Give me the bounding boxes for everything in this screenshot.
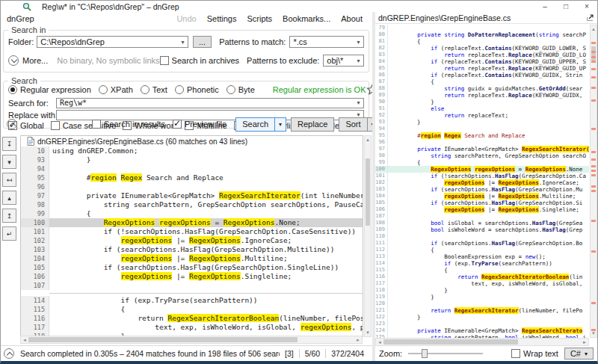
- mode-radio-regular-expression[interactable]: Regular expression: [8, 85, 91, 94]
- more-label[interactable]: More...: [22, 56, 48, 65]
- line-number: 100: [21, 218, 49, 227]
- status-count: [3]: [280, 349, 299, 358]
- result-line[interactable]: 114 if (exp.TryParse(searchPattern)): [21, 296, 363, 305]
- syntax-select-button[interactable]: C# ▾: [564, 348, 594, 360]
- close-button[interactable]: ×: [576, 1, 597, 12]
- search-in-results-checkbox[interactable]: Search in results: [92, 120, 165, 129]
- result-line-selected[interactable]: 100 RegexOptions regexOptions = RegexOpt…: [21, 218, 363, 227]
- app-magnifier-icon: [22, 2, 31, 11]
- results-horizontal-scrollbar[interactable]: ◄ ►: [20, 336, 363, 344]
- menu-item-scripts[interactable]: Scripts: [241, 13, 277, 24]
- scroll-right-icon[interactable]: ►: [356, 336, 360, 344]
- menu-item-settings[interactable]: Settings: [202, 13, 242, 24]
- result-line[interactable]: 102 regexOptions |= RegexOptions.IgnoreC…: [21, 236, 363, 245]
- result-line[interactable]: 10using dnGREP.Common;: [21, 146, 363, 155]
- patterns-match-combobox[interactable]: *.cs ▾: [289, 36, 364, 48]
- chevron-down-icon[interactable]: ▾: [354, 39, 363, 46]
- preview-line: 89 return replaceText.Replace(KEYWORD_GU…: [375, 92, 589, 99]
- menu-item-bookmarks[interactable]: Bookmarks...: [277, 13, 336, 24]
- browse-folder-button[interactable]: ...: [193, 36, 212, 48]
- menu-item-dngrep[interactable]: dnGrep: [5, 13, 40, 24]
- result-line[interactable]: 93 }: [21, 155, 363, 164]
- previous-match-button[interactable]: ▴: [2, 191, 16, 205]
- result-line[interactable]: 94: [21, 164, 363, 173]
- collapse-search-panel-icon[interactable]: [7, 119, 17, 129]
- result-line[interactable]: 99 {: [21, 209, 363, 218]
- match-highlight: RegexOptions: [525, 166, 566, 173]
- previous-file-button[interactable]: ↥: [2, 209, 16, 223]
- result-line[interactable]: 103 if (searchOptions.HasFlag(GrepSearch…: [21, 245, 363, 254]
- match-highlight: RegexOptions: [499, 179, 539, 186]
- mode-radio-byte[interactable]: Byte: [226, 85, 255, 94]
- mode-radio-text[interactable]: Text: [141, 85, 167, 94]
- scrollbar-thumb[interactable]: [28, 337, 298, 342]
- result-line[interactable]: 107: [21, 281, 363, 290]
- preview-file-checkbox[interactable]: Preview file: [173, 120, 226, 129]
- result-line[interactable]: 95 #region Regex Search and Replace: [21, 173, 363, 182]
- scroll-up-icon[interactable]: ▲: [591, 25, 597, 33]
- result-line[interactable]: 105 if (searchOptions.HasFlag(GrepSearch…: [21, 263, 363, 272]
- code-text: bool: [431, 226, 444, 233]
- result-line[interactable]: 115 {: [21, 305, 363, 314]
- replace-button[interactable]: Replace: [291, 117, 334, 132]
- preview-line: 82 if (replaceText.Contains(KEYWORD_GUID…: [375, 45, 589, 52]
- menu-right: UndoSettingsScriptsBookmarks...About: [171, 13, 368, 24]
- code-text: [390, 85, 444, 92]
- search-dropdown-arrow-icon[interactable]: ▾: [274, 117, 286, 132]
- minimize-button[interactable]: –: [534, 1, 555, 12]
- scroll-left-icon[interactable]: ◄: [22, 336, 27, 344]
- result-line[interactable]: 117 text, exp, isWholeWord, isGlobal, re…: [21, 323, 363, 332]
- match-marker: [591, 61, 596, 63]
- radio-label: XPath: [111, 85, 133, 94]
- result-line[interactable]: 104 regexOptions |= RegexOptions.Multili…: [21, 254, 363, 263]
- preview-line: 101 if (!searchOptions.HasFlag(GrepSearc…: [375, 173, 589, 179]
- code-text: [117, 173, 121, 182]
- mode-radio-xpath[interactable]: XPath: [99, 85, 133, 94]
- preview-vertical-scrollbar[interactable]: ▲ ▼: [590, 25, 597, 338]
- patterns-exclude-combobox[interactable]: obj\* ▾: [323, 55, 364, 67]
- search-in-archives-checkbox[interactable]: Search in archives: [160, 56, 240, 65]
- collapse-all-button[interactable]: ↤: [2, 173, 16, 187]
- scrollbar-thumb[interactable]: [383, 339, 518, 345]
- search-button[interactable]: Search ▾: [235, 117, 286, 132]
- menu-item-undo[interactable]: Undo: [171, 13, 201, 24]
- popout-window-icon[interactable]: [586, 13, 594, 22]
- folder-combobox[interactable]: C:\Repos\dnGrep ▾: [37, 36, 188, 48]
- mode-radio-phonetic[interactable]: Phonetic: [175, 85, 219, 94]
- result-line[interactable]: 116 return RegexSearchIteratorBoolean(li…: [21, 314, 363, 323]
- result-line[interactable]: 97 private IEnumerable<GrepMatch> RegexS…: [21, 191, 363, 200]
- result-line[interactable]: 101 if (!searchOptions.HasFlag(GrepSearc…: [21, 227, 363, 236]
- results-vertical-scrollbar[interactable]: ▲ ▼: [364, 135, 372, 337]
- result-file-header[interactable]: dnGREP.Engines\GrepEngineBase.cs (60 mat…: [21, 136, 363, 146]
- scroll-down-icon[interactable]: ▼: [365, 329, 371, 336]
- preview-line: 86 if (replaceText.Contains(KEYWORD_GUID…: [375, 72, 589, 78]
- results-tree[interactable]: dnGREP.Engines\GrepEngineBase.cs (60 mat…: [20, 135, 363, 337]
- maximize-button[interactable]: □: [555, 1, 576, 12]
- wrap-text-checkbox[interactable]: Wrap text: [511, 349, 558, 358]
- scroll-up-icon[interactable]: ▲: [365, 136, 371, 144]
- result-line[interactable]: 96: [21, 182, 363, 191]
- chevron-down-icon[interactable]: ▾: [354, 58, 363, 64]
- chevron-down-icon[interactable]: ▾: [178, 39, 188, 46]
- result-line[interactable]: 106 regexOptions |= RegexOptions.Singlel…: [21, 272, 363, 281]
- preview-line: 85 return replaceText.Replace(KEYWORD_GU…: [375, 65, 589, 72]
- next-file-button[interactable]: ↧: [2, 137, 16, 151]
- scrollbar-thumb[interactable]: [366, 158, 370, 226]
- status-expander-icon[interactable]: [4, 348, 14, 359]
- scroll-right-icon[interactable]: ►: [582, 339, 587, 346]
- preview-code[interactable]: 7980 private string DoPatternReplacement…: [375, 25, 589, 338]
- result-line[interactable]: 98 string searchPattern, GrepSearchOptio…: [21, 200, 363, 209]
- follow-match-button[interactable]: ↵: [2, 226, 16, 241]
- zoom-slider[interactable]: [408, 348, 483, 359]
- next-match-button[interactable]: ▾: [2, 155, 16, 169]
- scroll-left-icon[interactable]: ◄: [377, 339, 382, 346]
- zoom-slider-thumb[interactable]: [422, 349, 428, 358]
- menu-item-about[interactable]: About: [336, 13, 368, 24]
- match-marker: [591, 302, 596, 304]
- code-text: |=: [172, 254, 189, 262]
- search-in-group-label: Search in: [8, 25, 49, 34]
- preview-horizontal-scrollbar[interactable]: ◄ ►: [375, 338, 589, 346]
- chevron-down-icon[interactable]: ▾: [354, 99, 363, 106]
- search-for-combobox[interactable]: Reg\w* ▾: [56, 98, 364, 108]
- more-expander-icon[interactable]: [8, 55, 19, 66]
